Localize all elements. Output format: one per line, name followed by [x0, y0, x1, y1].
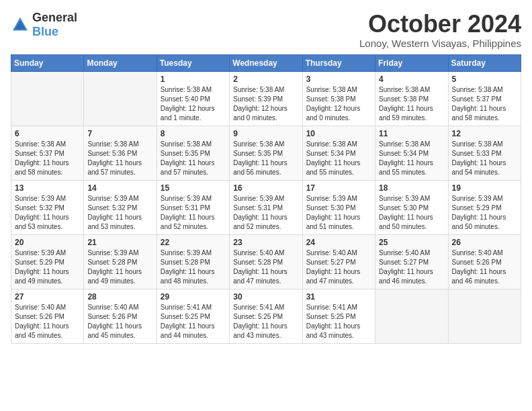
- day-info: Sunrise: 5:39 AM Sunset: 5:28 PM Dayligh…: [87, 248, 152, 286]
- day-info: Sunrise: 5:38 AM Sunset: 5:34 PM Dayligh…: [379, 140, 444, 177]
- calendar-cell: 21Sunrise: 5:39 AM Sunset: 5:28 PM Dayli…: [84, 234, 157, 289]
- calendar-cell: [84, 71, 157, 126]
- calendar-cell: 8Sunrise: 5:38 AM Sunset: 5:35 PM Daylig…: [157, 126, 229, 180]
- day-number: 26: [452, 238, 517, 247]
- calendar-cell: 31Sunrise: 5:41 AM Sunset: 5:25 PM Dayli…: [302, 289, 375, 343]
- day-info: Sunrise: 5:39 AM Sunset: 5:29 PM Dayligh…: [452, 194, 517, 232]
- calendar-week-row: 6Sunrise: 5:38 AM Sunset: 5:37 PM Daylig…: [11, 126, 521, 180]
- day-number: 18: [379, 183, 444, 193]
- day-number: 14: [87, 183, 152, 193]
- day-number: 22: [161, 238, 226, 247]
- calendar-cell: 23Sunrise: 5:40 AM Sunset: 5:28 PM Dayli…: [230, 234, 302, 289]
- day-number: 11: [379, 129, 444, 138]
- day-info: Sunrise: 5:38 AM Sunset: 5:35 PM Dayligh…: [233, 140, 298, 177]
- calendar-cell: 25Sunrise: 5:40 AM Sunset: 5:27 PM Dayli…: [375, 234, 448, 289]
- calendar-cell: 2Sunrise: 5:38 AM Sunset: 5:39 PM Daylig…: [230, 71, 302, 126]
- calendar-cell: 14Sunrise: 5:39 AM Sunset: 5:32 PM Dayli…: [84, 180, 157, 234]
- calendar-cell: [448, 289, 521, 343]
- day-info: Sunrise: 5:39 AM Sunset: 5:31 PM Dayligh…: [161, 194, 226, 232]
- calendar-cell: [11, 71, 84, 126]
- calendar-cell: 6Sunrise: 5:38 AM Sunset: 5:37 PM Daylig…: [11, 126, 84, 180]
- day-info: Sunrise: 5:40 AM Sunset: 5:26 PM Dayligh…: [15, 303, 80, 340]
- logo: General Blue: [11, 11, 77, 39]
- calendar-cell: [375, 289, 448, 343]
- calendar-week-row: 13Sunrise: 5:39 AM Sunset: 5:32 PM Dayli…: [11, 180, 521, 234]
- day-number: 19: [452, 183, 517, 193]
- day-info: Sunrise: 5:39 AM Sunset: 5:31 PM Dayligh…: [233, 194, 298, 232]
- calendar-cell: 7Sunrise: 5:38 AM Sunset: 5:36 PM Daylig…: [84, 126, 157, 180]
- calendar-week-row: 27Sunrise: 5:40 AM Sunset: 5:26 PM Dayli…: [11, 289, 521, 343]
- location-title: Lonoy, Western Visayas, Philippines: [359, 38, 521, 49]
- day-info: Sunrise: 5:38 AM Sunset: 5:36 PM Dayligh…: [87, 140, 152, 177]
- calendar-cell: 13Sunrise: 5:39 AM Sunset: 5:32 PM Dayli…: [11, 180, 84, 234]
- calendar-cell: 11Sunrise: 5:38 AM Sunset: 5:34 PM Dayli…: [375, 126, 448, 180]
- day-number: 3: [306, 75, 371, 84]
- calendar-cell: 16Sunrise: 5:39 AM Sunset: 5:31 PM Dayli…: [230, 180, 302, 234]
- day-info: Sunrise: 5:41 AM Sunset: 5:25 PM Dayligh…: [233, 303, 298, 340]
- day-info: Sunrise: 5:38 AM Sunset: 5:39 PM Dayligh…: [233, 85, 298, 123]
- calendar-cell: 26Sunrise: 5:40 AM Sunset: 5:26 PM Dayli…: [448, 234, 521, 289]
- day-number: 31: [306, 292, 371, 302]
- day-number: 16: [233, 183, 298, 193]
- day-number: 1: [161, 75, 226, 84]
- day-number: 23: [233, 238, 298, 247]
- day-info: Sunrise: 5:40 AM Sunset: 5:26 PM Dayligh…: [87, 303, 152, 340]
- calendar-cell: 10Sunrise: 5:38 AM Sunset: 5:34 PM Dayli…: [302, 126, 375, 180]
- calendar-cell: 9Sunrise: 5:38 AM Sunset: 5:35 PM Daylig…: [230, 126, 302, 180]
- calendar-cell: 24Sunrise: 5:40 AM Sunset: 5:27 PM Dayli…: [302, 234, 375, 289]
- logo-general: General: [32, 11, 77, 24]
- calendar-cell: 1Sunrise: 5:38 AM Sunset: 5:40 PM Daylig…: [157, 71, 229, 126]
- day-info: Sunrise: 5:40 AM Sunset: 5:28 PM Dayligh…: [233, 248, 298, 286]
- day-info: Sunrise: 5:39 AM Sunset: 5:29 PM Dayligh…: [15, 248, 80, 286]
- day-number: 25: [379, 238, 444, 247]
- day-info: Sunrise: 5:38 AM Sunset: 5:37 PM Dayligh…: [15, 140, 80, 177]
- day-number: 30: [233, 292, 298, 302]
- day-info: Sunrise: 5:41 AM Sunset: 5:25 PM Dayligh…: [161, 303, 226, 340]
- day-info: Sunrise: 5:38 AM Sunset: 5:35 PM Dayligh…: [161, 140, 226, 177]
- column-header-monday: Monday: [84, 54, 157, 71]
- day-number: 7: [87, 129, 152, 138]
- day-info: Sunrise: 5:38 AM Sunset: 5:38 PM Dayligh…: [379, 85, 444, 123]
- day-number: 24: [306, 238, 371, 247]
- day-number: 5: [452, 75, 517, 84]
- calendar-cell: 27Sunrise: 5:40 AM Sunset: 5:26 PM Dayli…: [11, 289, 84, 343]
- day-info: Sunrise: 5:38 AM Sunset: 5:34 PM Dayligh…: [306, 140, 371, 177]
- day-info: Sunrise: 5:39 AM Sunset: 5:32 PM Dayligh…: [15, 194, 80, 232]
- calendar-cell: 29Sunrise: 5:41 AM Sunset: 5:25 PM Dayli…: [157, 289, 229, 343]
- calendar-week-row: 20Sunrise: 5:39 AM Sunset: 5:29 PM Dayli…: [11, 234, 521, 289]
- day-number: 6: [15, 129, 80, 138]
- calendar-cell: 3Sunrise: 5:38 AM Sunset: 5:38 PM Daylig…: [302, 71, 375, 126]
- day-number: 8: [161, 129, 226, 138]
- day-number: 17: [306, 183, 371, 193]
- column-header-sunday: Sunday: [11, 54, 84, 71]
- calendar-cell: 18Sunrise: 5:39 AM Sunset: 5:30 PM Dayli…: [375, 180, 448, 234]
- logo-blue: Blue: [32, 25, 58, 38]
- day-number: 29: [161, 292, 226, 302]
- calendar-cell: 12Sunrise: 5:38 AM Sunset: 5:33 PM Dayli…: [448, 126, 521, 180]
- day-number: 15: [161, 183, 226, 193]
- calendar-header-row: SundayMondayTuesdayWednesdayThursdayFrid…: [11, 54, 521, 71]
- day-info: Sunrise: 5:38 AM Sunset: 5:33 PM Dayligh…: [452, 140, 517, 177]
- calendar-cell: 19Sunrise: 5:39 AM Sunset: 5:29 PM Dayli…: [448, 180, 521, 234]
- calendar-cell: 22Sunrise: 5:39 AM Sunset: 5:28 PM Dayli…: [157, 234, 229, 289]
- day-number: 27: [15, 292, 80, 302]
- day-number: 4: [379, 75, 444, 84]
- day-info: Sunrise: 5:40 AM Sunset: 5:27 PM Dayligh…: [306, 248, 371, 286]
- calendar-cell: 4Sunrise: 5:38 AM Sunset: 5:38 PM Daylig…: [375, 71, 448, 126]
- day-info: Sunrise: 5:39 AM Sunset: 5:28 PM Dayligh…: [161, 248, 226, 286]
- title-section: October 2024 Lonoy, Western Visayas, Phi…: [359, 11, 521, 49]
- day-info: Sunrise: 5:38 AM Sunset: 5:37 PM Dayligh…: [452, 85, 517, 123]
- day-info: Sunrise: 5:40 AM Sunset: 5:26 PM Dayligh…: [452, 248, 517, 286]
- day-number: 21: [87, 238, 152, 247]
- column-header-thursday: Thursday: [302, 54, 375, 71]
- column-header-friday: Friday: [375, 54, 448, 71]
- calendar-table: SundayMondayTuesdayWednesdayThursdayFrid…: [11, 54, 521, 344]
- day-info: Sunrise: 5:38 AM Sunset: 5:40 PM Dayligh…: [161, 85, 226, 123]
- calendar-week-row: 1Sunrise: 5:38 AM Sunset: 5:40 PM Daylig…: [11, 71, 521, 126]
- day-info: Sunrise: 5:39 AM Sunset: 5:30 PM Dayligh…: [306, 194, 371, 232]
- day-info: Sunrise: 5:39 AM Sunset: 5:32 PM Dayligh…: [87, 194, 152, 232]
- column-header-wednesday: Wednesday: [230, 54, 302, 71]
- day-number: 20: [15, 238, 80, 247]
- day-info: Sunrise: 5:40 AM Sunset: 5:27 PM Dayligh…: [379, 248, 444, 286]
- logo-text: General Blue: [32, 11, 77, 39]
